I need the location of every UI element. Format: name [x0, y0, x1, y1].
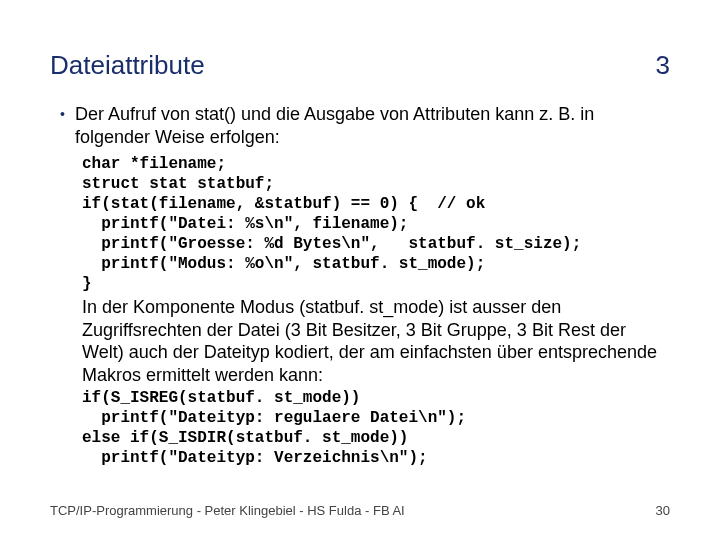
footer-left: TCP/IP-Programmierung - Peter Klingebiel… [50, 503, 405, 518]
slide-section-number: 3 [656, 50, 670, 81]
bullet-dot-icon: • [60, 106, 65, 122]
footer-page-number: 30 [656, 503, 670, 518]
bullet-text: Der Aufruf von stat() und die Ausgabe vo… [75, 103, 670, 148]
slide-title: Dateiattribute [50, 50, 205, 81]
slide-content: • Der Aufruf von stat() und die Ausgabe … [60, 103, 670, 468]
slide-footer: TCP/IP-Programmierung - Peter Klingebiel… [50, 503, 670, 518]
code-block-2: if(S_ISREG(statbuf. st_mode)) printf("Da… [82, 388, 670, 468]
slide: Dateiattribute 3 • Der Aufruf von stat()… [0, 0, 720, 540]
bullet-item: • Der Aufruf von stat() und die Ausgabe … [60, 103, 670, 148]
slide-header: Dateiattribute 3 [50, 50, 670, 81]
explanation-paragraph: In der Komponente Modus (statbuf. st_mod… [82, 296, 670, 386]
code-block-1: char *filename; struct stat statbuf; if(… [82, 154, 670, 294]
